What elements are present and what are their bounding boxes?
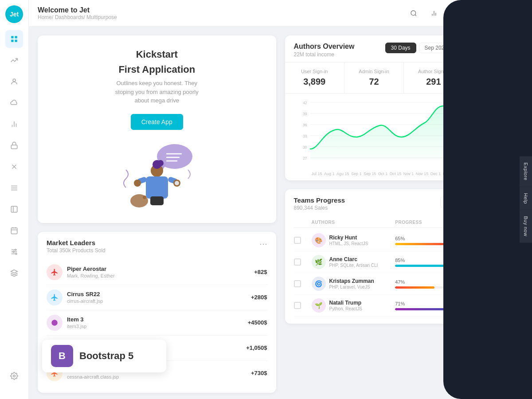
market-leaders-subtitle: Total 350k Products Sold [47, 247, 259, 254]
svg-text:33: 33 [303, 134, 307, 138]
sidebar-logo[interactable]: Jet [5, 5, 23, 23]
market-item-name-1: Cirrus SR22 [67, 291, 251, 297]
market-item-sub-4: cessna-aircraft.class.jsp [67, 374, 251, 379]
author-details-1: Anne Clarc PHP, SQLite, Artisan CLI [329, 256, 378, 268]
market-item-value-1: +280$ [251, 294, 267, 301]
market-item-info-0: Piper Aerostar Mark, Rowling, Esther [67, 266, 254, 278]
kickstart-title-line2: First Application [118, 64, 195, 75]
author-skills-3: Python, ReactJS [329, 306, 362, 311]
market-item-icon-1 [47, 289, 63, 305]
kickstart-description: Outlines keep you honest. They stoping y… [108, 79, 206, 105]
create-app-button[interactable]: Create App [131, 114, 183, 130]
svg-point-31 [411, 11, 416, 16]
stat-value-0: 3,899 [292, 77, 337, 87]
author-skills-0: HTML, JS, ReactJS [329, 241, 368, 246]
authors-subtitle: 22M total income [294, 51, 385, 58]
author-details-3: Natali Trump Python, ReactJS [329, 300, 362, 311]
list-item: Cirrus SR22 cirrus-aircraft.jsp +280$ [47, 285, 267, 310]
header-authors-col: AUTHORS [312, 220, 395, 225]
market-item-icon-2 [47, 315, 63, 331]
sidebar-item-calendar[interactable] [5, 222, 23, 239]
sidebar: Jet [0, 0, 29, 399]
svg-point-59 [175, 181, 179, 185]
kickstart-card: Kickstart First Application Outlines kee… [38, 35, 276, 223]
svg-line-32 [415, 15, 416, 16]
svg-point-30 [13, 375, 16, 377]
svg-point-53 [157, 160, 164, 166]
svg-text:30: 30 [303, 145, 307, 149]
row-checkbox-3[interactable] [294, 302, 301, 309]
market-item-sub-1: cirrus-aircraft.jsp [67, 298, 251, 304]
sidebar-item-settings[interactable] [5, 367, 23, 385]
search-button[interactable] [406, 6, 421, 21]
market-item-value-0: +82$ [254, 269, 267, 275]
svg-point-62 [143, 196, 146, 199]
teams-title-area: Teams Progress 890,344 Sales [294, 196, 440, 211]
team-author-2: 🌀 Kristaps Zumman PHP, Laravel, VueJS [312, 277, 395, 291]
sidebar-item-chart[interactable] [5, 115, 23, 133]
svg-point-4 [13, 79, 16, 82]
market-item-sub-0: Mark, Rowling, Esther [67, 273, 254, 278]
row-checkbox-1[interactable] [294, 258, 301, 266]
author-name-0: Ricky Hunt [329, 235, 368, 241]
author-details-2: Kristaps Zumman PHP, Laravel, VueJS [329, 278, 374, 289]
author-avatar-0: 🎨 [312, 233, 326, 247]
sidebar-item-box[interactable] [5, 200, 23, 218]
svg-text:27: 27 [303, 156, 307, 160]
teams-subtitle: 890,344 Sales [294, 205, 440, 211]
sidebar-item-cloud[interactable] [5, 94, 23, 112]
stat-label-1: Admin Sign-in [352, 69, 396, 74]
author-skills-1: PHP, SQLite, Artisan CLI [329, 263, 378, 268]
sidebar-item-layers[interactable] [5, 264, 23, 282]
market-item-name-0: Piper Aerostar [67, 266, 254, 272]
sidebar-item-close[interactable] [5, 158, 23, 176]
stat-value-1: 72 [352, 77, 396, 87]
svg-rect-54 [146, 176, 168, 199]
market-item-value-2: +4500$ [248, 319, 267, 326]
author-details-0: Ricky Hunt HTML, JS, ReactJS [329, 235, 368, 246]
svg-rect-2 [11, 40, 13, 42]
tab-30-days[interactable]: 30 Days [385, 43, 416, 53]
authors-title-area: Authors Overview 22M total income [294, 43, 385, 58]
help-button[interactable]: Help [520, 187, 532, 210]
market-leaders-heading: Market Leaders [47, 239, 259, 246]
svg-rect-8 [11, 145, 17, 149]
team-author-1: 🌿 Anne Clarc PHP, SQLite, Artisan CLI [312, 255, 395, 269]
bootstrap-badge: B Bootstrap 5 [42, 340, 166, 372]
sidebar-item-menu[interactable] [5, 179, 23, 197]
header-checkbox-col [294, 220, 312, 225]
author-name-1: Anne Clarc [329, 256, 378, 262]
svg-text:42: 42 [303, 101, 307, 105]
market-leaders-more-button[interactable]: ⋯ [259, 239, 267, 249]
author-skills-2: PHP, Laravel, VueJS [329, 285, 374, 289]
sidebar-item-sliders[interactable] [5, 243, 23, 261]
svg-rect-1 [15, 36, 17, 38]
sidebar-item-lock[interactable] [5, 137, 23, 154]
bootstrap-icon: B [51, 345, 73, 367]
sidebar-item-user[interactable] [5, 73, 23, 90]
svg-point-22 [15, 249, 16, 250]
row-checkbox-0[interactable] [294, 237, 301, 244]
row-checkbox-2[interactable] [294, 280, 301, 287]
market-item-info-2: Item 3 item3.jsp [67, 316, 248, 329]
stat-user-signin: User Sign-in 3,899 [285, 63, 344, 93]
analytics-button[interactable] [426, 6, 442, 21]
sidebar-item-dashboard[interactable] [5, 30, 23, 48]
stat-label-0: User Sign-in [292, 69, 337, 74]
author-name-2: Kristaps Zumman [329, 278, 374, 284]
author-avatar-1: 🌿 [312, 255, 326, 269]
authors-title: Authors Overview [294, 43, 385, 51]
buy-now-button[interactable]: Buy now [520, 210, 532, 243]
market-item-value-3: +1,050$ [246, 344, 267, 351]
progress-bar-fill-0 [395, 243, 450, 245]
sidebar-item-trending[interactable] [5, 51, 23, 69]
list-item: Piper Aerostar Mark, Rowling, Esther +82… [47, 260, 267, 285]
author-avatar-2: 🌀 [312, 277, 326, 291]
svg-marker-29 [11, 270, 18, 274]
svg-rect-60 [150, 196, 164, 205]
side-buttons-container: Explore Help Buy now [520, 156, 532, 243]
progress-bar-fill-2 [395, 286, 434, 289]
explore-button[interactable]: Explore [520, 156, 532, 187]
market-item-info-1: Cirrus SR22 cirrus-aircraft.jsp [67, 291, 251, 304]
svg-rect-3 [15, 40, 17, 42]
